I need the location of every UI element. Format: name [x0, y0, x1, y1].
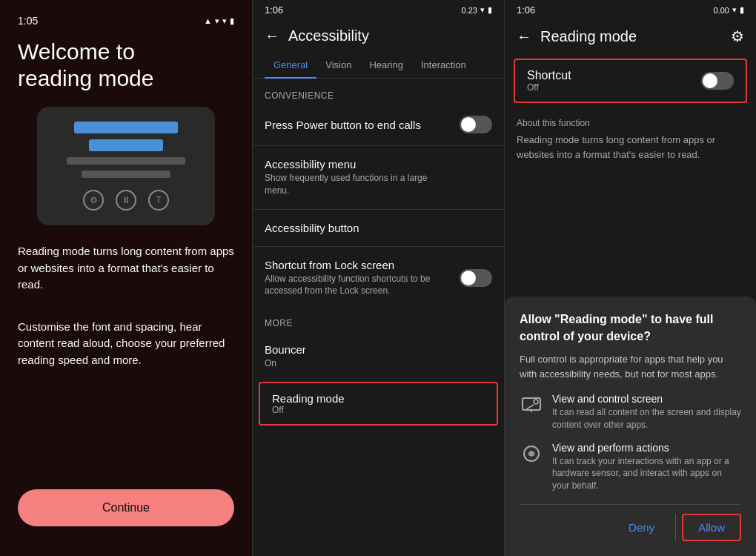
battery-icon-2: ▮ — [488, 5, 492, 15]
status-time-1: 1:05 — [18, 15, 38, 27]
feature1-desc: It can read all content on the screen an… — [552, 406, 741, 431]
about-section: About this function Reading mode turns l… — [505, 109, 756, 171]
mockup-bar-blue-1 — [74, 122, 178, 133]
reading-mode-setting[interactable]: Reading mode Off — [259, 382, 498, 426]
wifi-icon-2: ▾ — [480, 5, 485, 15]
feature-actions: View and perform actions It can track yo… — [520, 442, 741, 492]
panel-reading-mode: 1:06 0.00 ▾ ▮ ← Reading mode ⚙ Shortcut … — [504, 0, 756, 556]
data-icon: 0.23 — [462, 6, 477, 15]
divider-2 — [253, 209, 504, 210]
panel-accessibility: 1:06 0.23 ▾ ▮ ← Accessibility General Vi… — [252, 0, 504, 556]
shortcut-toggle[interactable] — [701, 72, 734, 90]
network-icon: ▾ — [222, 16, 227, 26]
section-convenience: CONVENIENCE — [253, 79, 504, 107]
setting-menu-title: Accessibility menu — [265, 158, 442, 171]
about-label: About this function — [517, 118, 744, 128]
feature1-title: View and control screen — [552, 393, 741, 405]
top-bar-accessibility: ← Accessibility — [253, 20, 504, 52]
wifi-icon-3: ▾ — [732, 5, 737, 15]
tabs-row: General Vision Hearing Interaction — [253, 52, 504, 79]
setting-lock-title: Shortcut from Lock screen — [265, 259, 442, 271]
setting-power-title: Press Power button to end calls — [265, 119, 421, 131]
settings-icon: ⚙ — [83, 190, 104, 211]
setting-power-button[interactable]: Press Power button to end calls — [253, 107, 504, 142]
allow-button[interactable]: Allow — [682, 514, 741, 541]
pause-icon: ⏸ — [116, 190, 136, 211]
data-icon-3: 0.00 — [714, 6, 729, 15]
screen-icon — [520, 393, 543, 417]
reading-mode-status-p2: Off — [272, 405, 485, 415]
svg-point-5 — [530, 452, 533, 455]
mockup-bar-gray-1 — [67, 157, 185, 165]
divider-1 — [253, 145, 504, 146]
button-divider — [675, 514, 676, 541]
setting-bouncer[interactable]: Bouncer On — [253, 334, 504, 379]
setting-menu-desc: Show frequently used functions in a larg… — [265, 172, 442, 197]
dialog-buttons: Deny Allow — [520, 504, 741, 541]
dialog-title: Allow "Reading mode" to have full contro… — [520, 311, 741, 345]
feature-view-control: View and control screen It can read all … — [520, 393, 741, 431]
screen-title-reading-mode: Reading mode — [540, 28, 637, 45]
status-time-2: 1:06 — [265, 4, 283, 16]
shortcut-box[interactable]: Shortcut Off — [514, 59, 747, 103]
section-more: MORE — [253, 306, 504, 334]
mockup-icons: ⚙ ⏸ T — [83, 190, 169, 211]
toggle-power-button[interactable] — [460, 116, 492, 133]
bouncer-status: On — [265, 357, 306, 370]
deny-button[interactable]: Deny — [614, 514, 669, 541]
status-icons-3: 0.00 ▾ ▮ — [714, 5, 744, 15]
status-icons-2: 0.23 ▾ ▮ — [462, 5, 492, 15]
tab-hearing[interactable]: Hearing — [360, 52, 412, 78]
setting-button-title: Accessibility button — [265, 222, 359, 234]
tab-general[interactable]: General — [265, 52, 316, 78]
bouncer-title: Bouncer — [265, 343, 306, 356]
status-bar-1: 1:05 ▲ ▾ ▾ ▮ — [18, 15, 234, 27]
gear-icon[interactable]: ⚙ — [731, 27, 744, 45]
allow-dialog: Allow "Reading mode" to have full contro… — [505, 297, 756, 556]
toggle-lock-screen[interactable] — [460, 269, 492, 287]
mockup-bar-gray-2 — [82, 171, 170, 178]
back-button-3[interactable]: ← — [517, 28, 531, 45]
actions-icon — [520, 442, 543, 466]
signal-icon: ▲ — [204, 16, 212, 25]
reading-mode-title-p2: Reading mode — [272, 392, 485, 405]
top-bar-reading-mode: ← Reading mode ⚙ — [505, 20, 756, 53]
continue-button[interactable]: Continue — [18, 489, 234, 526]
feature2-title: View and perform actions — [552, 442, 741, 454]
shortcut-status: Off — [527, 82, 571, 93]
tab-interaction[interactable]: Interaction — [412, 52, 475, 78]
panel-welcome: 1:05 ▲ ▾ ▾ ▮ Welcome to reading mode ⚙ ⏸… — [0, 0, 252, 556]
text-icon: T — [148, 190, 169, 211]
about-text: Reading mode turns long content from app… — [517, 133, 744, 162]
dialog-desc: Full control is appropriate for apps tha… — [520, 352, 741, 381]
back-button-2[interactable]: ← — [265, 27, 279, 44]
status-bar-2: 1:06 0.23 ▾ ▮ — [253, 0, 504, 20]
wifi-icon: ▾ — [215, 16, 219, 26]
divider-3 — [253, 246, 504, 247]
battery-icon-3: ▮ — [740, 5, 744, 15]
feature2-desc: It can track your interactions with an a… — [552, 455, 741, 492]
tab-vision[interactable]: Vision — [316, 52, 360, 78]
welcome-title: Welcome to reading mode — [18, 39, 153, 92]
status-icons-1: ▲ ▾ ▾ ▮ — [204, 16, 234, 26]
status-time-3: 1:06 — [517, 4, 535, 16]
phone-mockup: ⚙ ⏸ T — [37, 107, 215, 225]
status-bar-3: 1:06 0.00 ▾ ▮ — [505, 0, 756, 20]
reading-mode-desc2: Customise the font and spacing, hear con… — [18, 319, 234, 369]
shortcut-title: Shortcut — [527, 69, 571, 82]
setting-accessibility-menu[interactable]: Accessibility menu Show frequently used … — [253, 149, 504, 206]
setting-accessibility-button[interactable]: Accessibility button — [253, 213, 504, 243]
setting-shortcut-lock[interactable]: Shortcut from Lock screen Allow accessib… — [253, 250, 504, 307]
svg-point-3 — [534, 400, 538, 404]
mockup-bar-blue-2 — [89, 139, 163, 151]
setting-lock-desc: Allow accessibility function shortcuts t… — [265, 273, 442, 298]
battery-icon: ▮ — [230, 16, 234, 26]
reading-mode-desc1: Reading mode turns long content from app… — [18, 243, 234, 294]
screen-title-accessibility: Accessibility — [288, 27, 369, 44]
